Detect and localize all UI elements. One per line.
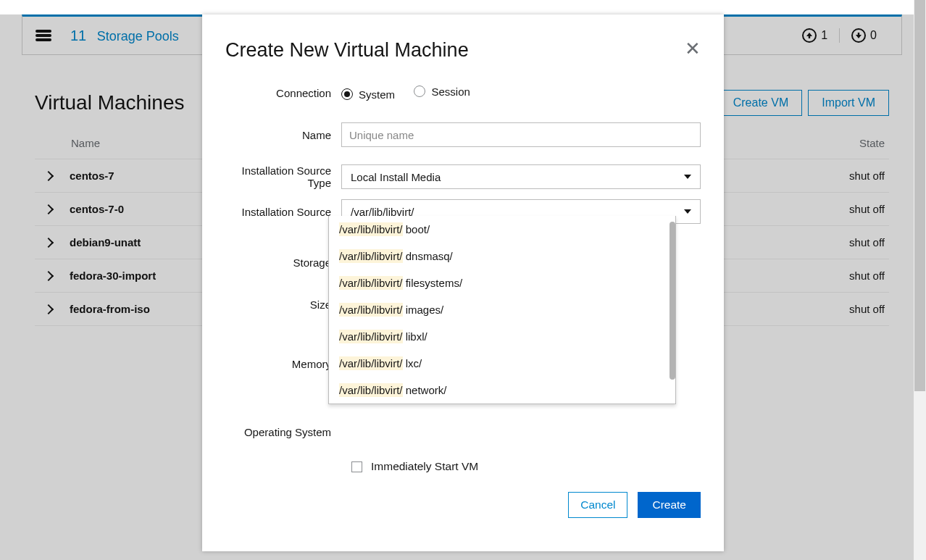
radio-system[interactable]: System bbox=[341, 88, 395, 101]
suggestions-scrollbar[interactable] bbox=[670, 222, 675, 380]
install-source-suggestions: /var/lib/libvirt/ boot//var/lib/libvirt/… bbox=[328, 216, 676, 404]
dialog-title: Create New Virtual Machine bbox=[225, 39, 469, 62]
label-connection: Connection bbox=[225, 87, 341, 99]
label-install-source: Installation Source bbox=[225, 206, 341, 218]
suggestion-match: /var/lib/libvirt/ bbox=[339, 276, 403, 290]
start-vm-label: Immediately Start VM bbox=[371, 460, 478, 473]
suggestion-item[interactable]: /var/lib/libvirt/ filesystems/ bbox=[329, 269, 675, 296]
chevron-down-icon bbox=[684, 209, 691, 214]
install-type-select[interactable]: Local Install Media bbox=[341, 164, 701, 189]
suggestion-item[interactable]: /var/lib/libvirt/ network/ bbox=[329, 377, 675, 404]
suggestion-item[interactable]: /var/lib/libvirt/ boot/ bbox=[329, 216, 675, 243]
label-memory: Memory bbox=[225, 358, 341, 370]
radio-session-label: Session bbox=[431, 85, 470, 98]
suggestion-tail: boot/ bbox=[403, 223, 430, 235]
install-type-value: Local Install Media bbox=[351, 171, 441, 183]
suggestion-match: /var/lib/libvirt/ bbox=[339, 222, 403, 236]
create-vm-dialog: Create New Virtual Machine ✕ Connection … bbox=[202, 14, 724, 551]
radio-system-label: System bbox=[359, 88, 395, 101]
suggestion-tail: libxl/ bbox=[403, 330, 427, 343]
create-button[interactable]: Create bbox=[638, 492, 701, 518]
label-size: Size bbox=[225, 298, 341, 311]
suggestion-match: /var/lib/libvirt/ bbox=[339, 330, 403, 343]
suggestion-tail: lxc/ bbox=[403, 357, 422, 369]
suggestion-match: /var/lib/libvirt/ bbox=[339, 356, 403, 370]
suggestion-match: /var/lib/libvirt/ bbox=[339, 249, 403, 263]
radio-session[interactable]: Session bbox=[414, 85, 470, 98]
suggestion-match: /var/lib/libvirt/ bbox=[339, 303, 403, 317]
label-name: Name bbox=[225, 129, 341, 141]
label-storage: Storage bbox=[225, 256, 341, 269]
suggestion-match: /var/lib/libvirt/ bbox=[339, 383, 403, 397]
chevron-down-icon bbox=[684, 175, 691, 179]
suggestion-item[interactable]: /var/lib/libvirt/ lxc/ bbox=[329, 350, 675, 377]
start-vm-checkbox[interactable] bbox=[351, 461, 362, 472]
page-scrollbar-track[interactable] bbox=[914, 0, 926, 560]
page-scrollbar-thumb[interactable] bbox=[914, 0, 925, 391]
label-os: Operating System bbox=[225, 426, 341, 438]
name-input[interactable] bbox=[341, 122, 701, 147]
suggestion-tail: images/ bbox=[403, 304, 444, 316]
suggestion-tail: filesystems/ bbox=[403, 277, 463, 289]
close-icon[interactable]: ✕ bbox=[685, 39, 701, 58]
cancel-button[interactable]: Cancel bbox=[568, 492, 627, 518]
suggestion-item[interactable]: /var/lib/libvirt/ dnsmasq/ bbox=[329, 243, 675, 269]
label-install-type: Installation Source Type bbox=[225, 164, 341, 189]
suggestion-tail: dnsmasq/ bbox=[403, 250, 453, 262]
suggestion-item[interactable]: /var/lib/libvirt/ images/ bbox=[329, 296, 675, 323]
suggestion-item[interactable]: /var/lib/libvirt/ libxl/ bbox=[329, 323, 675, 350]
suggestion-tail: network/ bbox=[403, 384, 447, 396]
